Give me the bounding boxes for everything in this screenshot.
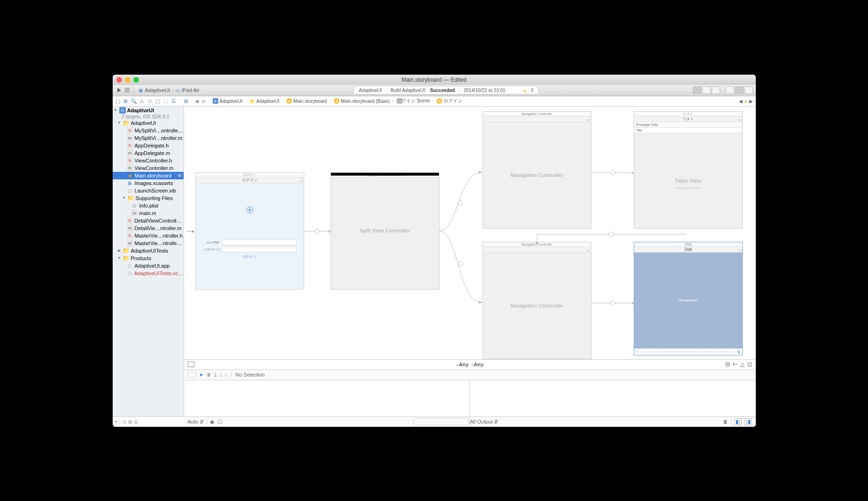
file-row[interactable]: mMasterVie…ntroller.m — [113, 239, 184, 247]
segue-arrow[interactable] — [304, 231, 330, 231]
project-navigator[interactable]: ▼A AdaptiveUI 2 targets, iOS SDK 8.1 ▼📁 … — [113, 107, 184, 416]
scheme-selector[interactable]: ◉ AdaptiveUI › ▭ iPad Air — [138, 87, 200, 93]
crumb-project[interactable]: AAdaptiveUI — [211, 98, 245, 104]
hide-debug-icon[interactable] — [188, 371, 196, 378]
scene-list[interactable]: リスト リスト≡ Prototype Cells Title Table Vie… — [634, 111, 743, 229]
file-row[interactable]: ▤Info.plist — [113, 202, 184, 209]
group-row[interactable]: ▼📁Products — [113, 254, 184, 262]
crumb-scene[interactable]: ▢ログイン Scene — [395, 98, 432, 104]
share-icon[interactable]: ⇪ — [636, 350, 639, 354]
group-row[interactable]: ▼📁 AdaptiveUI — [113, 119, 184, 127]
quicklook-icon[interactable]: ◉ — [210, 419, 215, 425]
align-button[interactable]: ⊟ — [725, 361, 730, 368]
toggle-utilities-button[interactable] — [745, 86, 753, 94]
console-view[interactable] — [470, 380, 756, 416]
titlebar[interactable]: Main.storyboard — Edited — [113, 75, 756, 85]
resolve-button[interactable]: △ — [740, 361, 745, 368]
file-row-selected[interactable]: ◉Main.storyboardM — [113, 172, 184, 179]
document-outline-toggle[interactable] — [188, 362, 194, 367]
issue-nav-icon[interactable]: ⚠ — [138, 97, 146, 105]
variables-filter[interactable] — [413, 418, 469, 425]
related-items-icon[interactable]: ⊞ — [183, 97, 190, 105]
scene-nav2[interactable]: Navigation Controller ≡ Navigation Contr… — [483, 242, 591, 359]
file-row[interactable]: mmain.m — [113, 209, 184, 217]
assistant-editor-button[interactable] — [702, 86, 711, 94]
pin-button[interactable]: ⊢ — [733, 361, 737, 368]
trash-icon[interactable]: 🗑 — [737, 350, 741, 354]
scene-detail[interactable]: 詳細 詳細≡ UIImageView ⇪ 🗑 — [634, 242, 743, 355]
scene-split[interactable]: My Split View Controller Split View Cont… — [330, 172, 439, 290]
project-row[interactable]: ▼A AdaptiveUI — [113, 107, 184, 114]
clear-console-icon[interactable]: 🗑 — [723, 419, 728, 424]
scene-login[interactable]: ログイン ログイン≡ ◉ ユーザID パスワード ログイン — [195, 172, 304, 290]
report-nav-icon[interactable]: ☰ — [170, 97, 177, 105]
auto-scope-selector[interactable]: Auto ⇵ — [188, 419, 204, 425]
run-button[interactable] — [115, 86, 123, 94]
stop-button[interactable] — [123, 86, 131, 94]
output-selector[interactable]: All Output ⇵ — [470, 419, 498, 425]
add-button[interactable]: + — [115, 418, 118, 425]
step-over-icon[interactable]: ⤵ — [214, 372, 217, 378]
canvas[interactable]: ログイン ログイン≡ ◉ ユーザID パスワード ログイン My Split V… — [184, 107, 756, 359]
file-row[interactable]: mDetailVie…ntroller.m — [113, 224, 184, 232]
group-row[interactable]: ▼📁Supporting Files — [113, 194, 184, 202]
file-row[interactable]: mViewController.m — [113, 164, 184, 172]
prototype-cell[interactable]: Title — [634, 128, 742, 133]
step-out-icon[interactable]: ↑ — [225, 372, 228, 378]
toggle-navigator-button[interactable] — [726, 86, 734, 94]
file-row[interactable]: hAppDelegate.h — [113, 142, 184, 149]
debug-nav-icon[interactable]: ▢ — [154, 97, 161, 105]
symbol-nav-icon[interactable]: ⊞ — [122, 97, 130, 105]
size-class-control[interactable]: wAny hAny — [456, 362, 484, 367]
camera-icon[interactable]: ◉ — [246, 207, 253, 213]
find-nav-icon[interactable]: 🔍 — [130, 97, 138, 105]
breakpoint-toggle-icon[interactable]: ➤ — [199, 372, 203, 378]
user-id-input[interactable] — [222, 239, 297, 245]
login-button[interactable]: ログイン — [243, 254, 256, 259]
scene-nav1[interactable]: Navigation Controller ≡ Navigation Contr… — [483, 111, 591, 229]
file-row[interactable]: mAppDelegate.m — [113, 149, 184, 157]
forward-button[interactable]: ▶ — [200, 97, 208, 105]
filter-icon[interactable]: ◎ — [134, 419, 138, 424]
zoom-icon[interactable] — [133, 77, 139, 83]
segue-arrow[interactable] — [591, 303, 634, 303]
password-input[interactable] — [222, 247, 297, 252]
scm-filter-icon[interactable]: ⊞ — [128, 419, 132, 424]
file-row[interactable]: hMySplitVi…ontroller.h — [113, 127, 184, 134]
file-row[interactable]: ▢LaunchScreen.xib — [113, 187, 184, 194]
status-pill[interactable]: AdaptiveUI | Build AdaptiveUI: Succeeded… — [353, 86, 538, 94]
file-row[interactable]: ▢AdaptiveUITests.xctest — [113, 270, 184, 277]
toggle-debug-button[interactable] — [735, 86, 744, 94]
resize-button[interactable]: ⊡ — [747, 361, 752, 368]
minimize-icon[interactable] — [125, 77, 131, 83]
print-icon[interactable]: ⓘ — [217, 418, 223, 425]
file-row[interactable]: hDetailViewController.h — [113, 217, 184, 224]
recent-filter-icon[interactable]: ◷ — [122, 419, 126, 424]
crumb-group[interactable]: 📁AdaptiveUI — [247, 98, 281, 104]
next-issue-icon[interactable]: ▶ — [749, 99, 753, 104]
file-row[interactable]: ▦Images.xcassets — [113, 179, 184, 187]
image-view[interactable]: UIImageView — [634, 253, 742, 348]
crumb-vc[interactable]: ●ログイン — [435, 98, 464, 104]
crumb-base[interactable]: ●Main.storyboard (Base) — [332, 98, 392, 104]
pane-right-icon[interactable]: ◨ — [745, 418, 752, 425]
group-row[interactable]: ▶📁AdaptiveUITests — [113, 247, 184, 254]
entry-point-arrow[interactable] — [186, 231, 194, 231]
prev-issue-icon[interactable]: ◀ — [739, 99, 743, 104]
variables-view[interactable] — [184, 380, 470, 416]
breakpoint-nav-icon[interactable]: ⬚ — [162, 97, 169, 105]
segue-arrow[interactable] — [591, 172, 634, 173]
file-row[interactable]: ▢AdaptiveUI.app — [113, 262, 184, 270]
step-in-icon[interactable]: ↓ — [220, 372, 223, 378]
close-icon[interactable] — [116, 77, 122, 83]
version-editor-button[interactable] — [712, 86, 720, 94]
pause-icon[interactable]: ⏸ — [206, 372, 211, 378]
project-nav-icon[interactable]: ▢ — [114, 97, 122, 105]
pane-left-icon[interactable]: ◧ — [734, 418, 742, 425]
file-row[interactable]: hViewController.h — [113, 157, 184, 164]
test-nav-icon[interactable]: ◇ — [146, 97, 154, 105]
back-button[interactable]: ◀ — [193, 97, 200, 105]
file-row[interactable]: hMasterVie…ntroller.h — [113, 232, 184, 239]
standard-editor-button[interactable] — [693, 86, 701, 94]
crumb-file[interactable]: ●Main.storyboard — [284, 98, 329, 104]
